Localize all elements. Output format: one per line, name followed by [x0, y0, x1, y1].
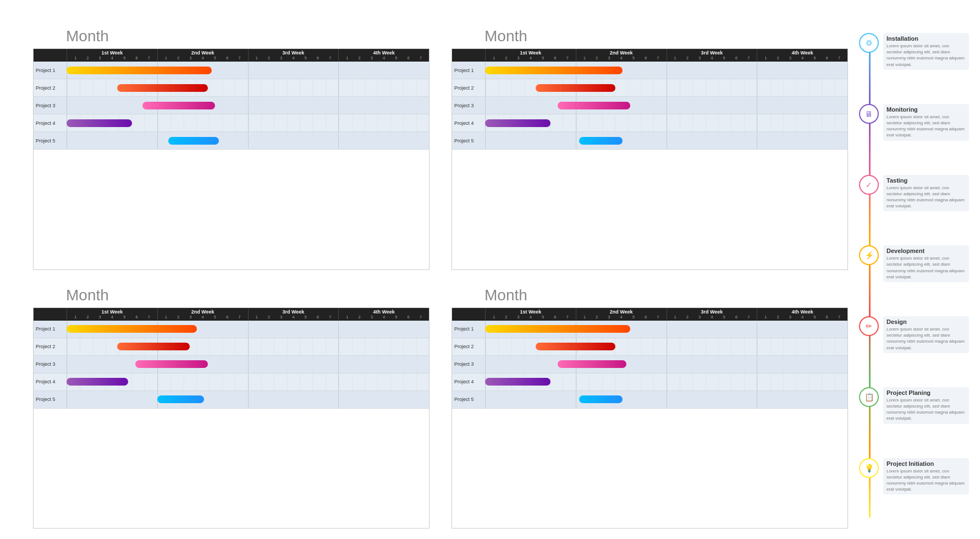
timeline-desc-3: Lorem ipsum dolor sit amet, con sectetur…	[887, 185, 966, 210]
project-bar-1	[67, 67, 212, 74]
project-label-3: Project 3	[34, 103, 67, 108]
gantt-wrapper-3: 1st Week12345672nd Week12345673rd Week12…	[33, 307, 430, 529]
timeline-content-1: InstallationLorem ipsum dolor sit amet, …	[883, 33, 969, 70]
week-header-1: 1st Week1234567	[67, 308, 157, 321]
project-bar-2	[536, 343, 615, 350]
project-label-3: Project 3	[452, 361, 485, 367]
project-row-3: Project 3	[452, 356, 847, 373]
gantt-wrapper-2: 1st Week12345672nd Week12345673rd Week12…	[452, 48, 848, 270]
timeline-dot-4: ⚡	[859, 245, 879, 265]
project-label-4: Project 4	[34, 379, 67, 384]
project-row-1: Project 1	[34, 62, 429, 79]
chart-block-2: Month1st Week12345672nd Week12345673rd W…	[452, 28, 848, 270]
timeline-dot-6: 📋	[859, 387, 879, 407]
project-label-4: Project 4	[452, 120, 485, 126]
project-row-4: Project 4	[34, 114, 429, 132]
timeline-item-3: ✓TastingLorem ipsum dolor sit amet, con …	[859, 175, 969, 212]
month-label-4: Month	[452, 287, 848, 304]
week-header-4: 4th Week1234567	[757, 308, 847, 321]
project-label-2: Project 2	[452, 85, 485, 91]
timeline-title-4: Development	[887, 248, 966, 254]
week-header-4: 4th Week1234567	[338, 49, 429, 62]
month-label-3: Month	[33, 287, 430, 304]
page: Month1st Week12345672nd Week12345673rd W…	[0, 0, 980, 539]
project-label-5: Project 5	[34, 397, 67, 402]
project-bar-4	[67, 119, 132, 127]
week-header-1: 1st Week1234567	[485, 49, 576, 62]
project-label-5: Project 5	[452, 138, 485, 144]
week-header-2: 2nd Week1234567	[157, 49, 248, 62]
week-header-3: 3rd Week1234567	[248, 308, 339, 321]
timeline-dot-1: ⚙	[859, 33, 879, 53]
timeline-content-3: TastingLorem ipsum dolor sit amet, con s…	[883, 175, 969, 212]
week-header-2: 2nd Week1234567	[576, 308, 667, 321]
project-label-3: Project 3	[34, 361, 67, 367]
timeline-desc-2: Lorem ipsum dolor sit amet, con sectetur…	[887, 114, 966, 139]
timeline-dot-5: ✏	[859, 316, 879, 336]
project-row-2: Project 2	[34, 338, 429, 356]
week-header-2: 2nd Week1234567	[157, 308, 248, 321]
timeline-item-2: 🖥MonitoringLorem ipsum dolor sit amet, c…	[859, 104, 969, 141]
timeline-item-7: 💡Project InitiationLorem ipsum dolor sit…	[859, 458, 969, 495]
project-label-1: Project 1	[452, 326, 485, 332]
week-header-2: 2nd Week1234567	[576, 49, 667, 62]
project-label-1: Project 1	[34, 68, 67, 73]
project-bar-4	[485, 119, 550, 127]
project-bar-5	[157, 395, 205, 403]
timeline-title-5: Design	[887, 318, 966, 325]
timeline-content-4: DevelopmentLorem ipsum dolor sit amet, c…	[883, 245, 969, 282]
timeline-content-5: DesignLorem ipsum dolor sit amet, con se…	[883, 316, 969, 353]
gantt-wrapper-1: 1st Week12345672nd Week12345673rd Week12…	[33, 48, 430, 270]
project-bar-4	[67, 378, 128, 386]
project-bar-2	[117, 343, 190, 350]
project-bar-1	[485, 67, 623, 74]
project-bar-2	[117, 84, 208, 92]
project-bar-4	[485, 378, 550, 386]
timeline-dot-3: ✓	[859, 175, 879, 195]
project-label-5: Project 5	[34, 138, 67, 144]
timeline-desc-7: Lorem ipsum dolor sit amet, con sectetur…	[887, 468, 966, 493]
project-label-1: Project 1	[452, 68, 485, 73]
project-bar-1	[67, 325, 197, 333]
project-row-3: Project 3	[34, 97, 429, 114]
week-header-1: 1st Week1234567	[67, 49, 157, 62]
project-row-3: Project 3	[34, 356, 429, 373]
project-bar-3	[558, 360, 626, 368]
project-label-2: Project 2	[452, 344, 485, 349]
project-row-1: Project 1	[452, 62, 847, 79]
project-row-2: Project 2	[34, 79, 429, 97]
week-header-3: 3rd Week1234567	[667, 308, 757, 321]
project-label-2: Project 2	[34, 85, 67, 91]
project-bar-3	[142, 102, 215, 109]
chart-block-1: Month1st Week12345672nd Week12345673rd W…	[33, 28, 430, 270]
timeline-dot-7: 💡	[859, 458, 879, 478]
timeline-item-5: ✏DesignLorem ipsum dolor sit amet, con s…	[859, 316, 969, 353]
project-row-5: Project 5	[34, 391, 429, 409]
timeline-title-2: Monitoring	[887, 106, 966, 113]
project-row-5: Project 5	[452, 391, 847, 409]
timeline-title-6: Project Planing	[887, 389, 966, 396]
gantt-wrapper-4: 1st Week12345672nd Week12345673rd Week12…	[452, 307, 848, 529]
timeline-dot-2: 🖥	[859, 104, 879, 124]
month-label-1: Month	[33, 28, 430, 45]
week-header-4: 4th Week1234567	[757, 49, 847, 62]
project-bar-5	[579, 137, 623, 145]
project-bar-5	[579, 395, 623, 403]
project-label-4: Project 4	[34, 120, 67, 126]
timeline-item-1: ⚙InstallationLorem ipsum dolor sit amet,…	[859, 33, 969, 70]
project-label-5: Project 5	[452, 397, 485, 402]
month-label-2: Month	[452, 28, 848, 45]
week-header-3: 3rd Week1234567	[248, 49, 339, 62]
timeline-desc-1: Lorem ipsum dolor sit amet, con sectetur…	[887, 43, 966, 68]
timeline-desc-6: Lorem ipsum dolor sit amet, con sectetur…	[887, 397, 966, 422]
timeline-title-3: Tasting	[887, 177, 966, 184]
timeline-sidebar: ⚙InstallationLorem ipsum dolor sit amet,…	[859, 28, 969, 529]
project-label-4: Project 4	[452, 379, 485, 384]
timeline-desc-5: Lorem ipsum dolor sit amet, con sectetur…	[887, 326, 966, 351]
project-row-1: Project 1	[452, 321, 847, 338]
timeline-item-4: ⚡DevelopmentLorem ipsum dolor sit amet, …	[859, 245, 969, 282]
week-header-1: 1st Week1234567	[485, 308, 576, 321]
timeline-title-1: Installation	[887, 35, 966, 42]
timeline-title-7: Project Initiation	[887, 460, 966, 467]
project-label-1: Project 1	[34, 326, 67, 332]
